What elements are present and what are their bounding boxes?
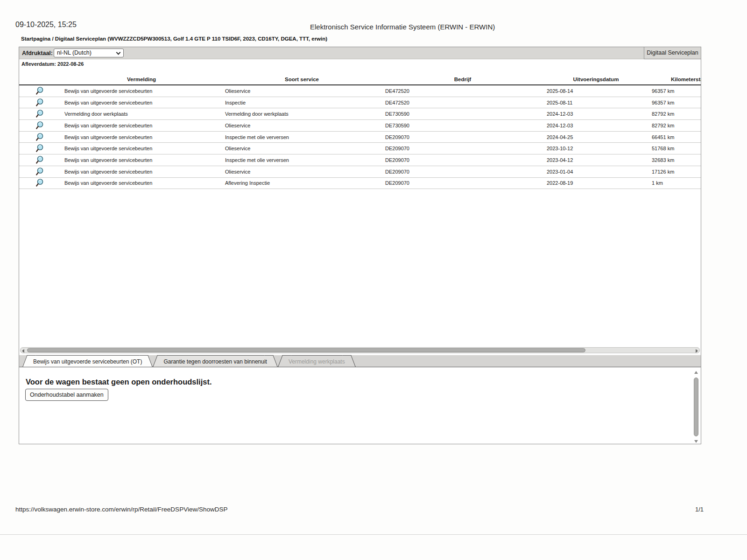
- horizontal-scrollbar[interactable]: [20, 347, 700, 353]
- cell-kilometerstand: 66451 km: [648, 134, 701, 140]
- cell-vermelding: Bewijs van uitgevoerde servicebeurten: [61, 146, 222, 151]
- horizontal-scrollbar-thumb[interactable]: [27, 348, 585, 352]
- cell-bedrijf: DE209070: [382, 157, 543, 163]
- cell-uitvoeringsdatum: 2023-04-12: [543, 157, 648, 163]
- cell-soort-service: Aflevering Inspectie: [222, 180, 382, 186]
- cell-vermelding: Bewijs van uitgevoerde servicebeurten: [61, 100, 222, 105]
- column-header-soort-service: Soort service: [222, 77, 382, 82]
- cell-bedrijf: DE209070: [382, 134, 543, 140]
- print-datetime: 09-10-2025, 15:25: [15, 21, 77, 29]
- magnifier-icon[interactable]: [35, 121, 45, 130]
- print-language-select[interactable]: nl-NL (Dutch): [54, 49, 124, 57]
- tab-strip: Bewijs van uitgevoerde servicebeurten (O…: [19, 355, 701, 367]
- cell-uitvoeringsdatum: 2023-01-04: [543, 169, 648, 175]
- column-header-uitvoeringsdatum: Uitvoeringsdatum: [543, 77, 648, 82]
- table-header-row: Vermelding Soort service Bedrijf Uitvoer…: [19, 71, 701, 85]
- cell-uitvoeringsdatum: 2022-08-19: [543, 180, 648, 186]
- column-header-bedrijf: Bedrijf: [382, 77, 543, 82]
- print-footer-page-number: 1/1: [695, 506, 704, 513]
- table-row: Bewijs van uitgevoerde servicebeurten Ol…: [19, 120, 701, 132]
- create-maintenance-table-button[interactable]: Onderhoudstabel aanmaken: [25, 389, 108, 401]
- cell-kilometerstand: 96357 km: [648, 100, 701, 105]
- no-open-maintenance-message: Voor de wagen bestaat geen open onderhou…: [26, 378, 212, 386]
- vertical-scrollbar[interactable]: [693, 370, 699, 443]
- column-header-vermelding: Vermelding: [61, 77, 222, 82]
- tab-bewijs-servicebeurten[interactable]: Bewijs van uitgevoerde servicebeurten (O…: [28, 355, 147, 367]
- cell-vermelding: Bewijs van uitgevoerde servicebeurten: [61, 88, 222, 94]
- scroll-up-icon[interactable]: [694, 371, 698, 374]
- table-row: Bewijs van uitgevoerde servicebeurten In…: [19, 154, 701, 166]
- print-language-value: nl-NL (Dutch): [57, 49, 92, 56]
- magnifier-icon[interactable]: [35, 178, 45, 188]
- cell-vermelding: Bewijs van uitgevoerde servicebeurten: [61, 180, 222, 186]
- cell-soort-service: Olieservice: [222, 146, 382, 151]
- cell-uitvoeringsdatum: 2024-12-03: [543, 123, 648, 128]
- table-row: Bewijs van uitgevoerde servicebeurten Ol…: [19, 143, 701, 154]
- breadcrumb: Startpagina / Digitaal Serviceplan (WVWZ…: [21, 36, 327, 42]
- cell-soort-service: Olieservice: [222, 123, 382, 128]
- print-language-label: Afdruktaal:: [22, 50, 53, 56]
- digitaal-serviceplan-label: Digitaal Serviceplan: [644, 47, 701, 59]
- delivery-date: Afleverdatum: 2022-08-26: [21, 61, 84, 67]
- cell-uitvoeringsdatum: 2024-12-03: [543, 111, 648, 117]
- cell-uitvoeringsdatum: 2025-08-14: [543, 88, 648, 94]
- cell-vermelding: Vermelding door werkplaats: [61, 111, 222, 117]
- scroll-right-icon[interactable]: [696, 349, 698, 353]
- print-footer-url: https://volkswagen.erwin-store.com/erwin…: [15, 506, 227, 513]
- table-row: Bewijs van uitgevoerde servicebeurten In…: [19, 97, 701, 109]
- cell-soort-service: Olieservice: [222, 88, 382, 94]
- magnifier-icon[interactable]: [35, 155, 45, 165]
- page-title: Elektronisch Service Informatie Systeem …: [310, 23, 495, 31]
- table-row: Vermelding door werkplaats Vermelding do…: [19, 108, 701, 120]
- magnifier-icon[interactable]: [35, 167, 45, 176]
- cell-bedrijf: DE209070: [382, 146, 543, 151]
- cell-kilometerstand: 82792 km: [648, 123, 701, 128]
- scroll-down-icon[interactable]: [694, 440, 698, 443]
- scroll-left-icon[interactable]: [22, 349, 24, 353]
- cell-vermelding: Bewijs van uitgevoerde servicebeurten: [61, 123, 222, 128]
- cell-soort-service: Inspectie: [222, 100, 382, 105]
- table-row: Bewijs van uitgevoerde servicebeurten Af…: [19, 178, 701, 189]
- magnifier-icon[interactable]: [35, 144, 45, 153]
- cell-kilometerstand: 82792 km: [648, 111, 701, 117]
- toolbar: Afdruktaal: nl-NL (Dutch) Digitaal Servi…: [19, 47, 701, 59]
- cell-bedrijf: DE472520: [382, 100, 543, 105]
- table-row: Bewijs van uitgevoerde servicebeurten In…: [19, 132, 701, 143]
- cell-kilometerstand: 51768 km: [648, 146, 701, 151]
- cell-bedrijf: DE730590: [382, 123, 543, 128]
- vertical-scrollbar-thumb[interactable]: [694, 378, 698, 436]
- cell-soort-service: Vermelding door werkplaats: [222, 111, 382, 117]
- scan-artifact-line: [0, 534, 747, 535]
- tab-content-panel: Voor de wagen bestaat geen open onderhou…: [19, 367, 701, 444]
- cell-bedrijf: DE209070: [382, 180, 543, 186]
- cell-kilometerstand: 96357 km: [648, 88, 701, 94]
- cell-bedrijf: DE730590: [382, 111, 543, 117]
- cell-kilometerstand: 32683 km: [648, 157, 701, 163]
- cell-bedrijf: DE472520: [382, 88, 543, 94]
- cell-soort-service: Inspectie met olie verversen: [222, 134, 382, 140]
- app-frame: Afdruktaal: nl-NL (Dutch) Digitaal Servi…: [19, 47, 701, 444]
- cell-soort-service: Olieservice: [222, 169, 382, 175]
- column-header-kilometerstand: Kilometerstand: [648, 77, 701, 82]
- cell-uitvoeringsdatum: 2023-10-12: [543, 146, 648, 151]
- cell-bedrijf: DE209070: [382, 169, 543, 175]
- cell-vermelding: Bewijs van uitgevoerde servicebeurten: [61, 169, 222, 175]
- tab-vermelding-werkplaats[interactable]: Vermelding werkplaats: [284, 355, 350, 367]
- cell-uitvoeringsdatum: 2025-08-11: [543, 100, 648, 105]
- cell-kilometerstand: 17126 km: [648, 169, 701, 175]
- cell-soort-service: Inspectie met olie verversen: [222, 157, 382, 163]
- magnifier-icon[interactable]: [35, 98, 45, 107]
- table-row: Bewijs van uitgevoerde servicebeurten Ol…: [19, 166, 701, 178]
- tab-garantie-doorroesten[interactable]: Garantie tegen doorroesten van binnenuit: [159, 355, 272, 367]
- magnifier-icon[interactable]: [35, 86, 45, 96]
- cell-vermelding: Bewijs van uitgevoerde servicebeurten: [61, 134, 222, 140]
- chevron-down-icon: [116, 50, 121, 55]
- magnifier-icon[interactable]: [35, 109, 45, 119]
- magnifier-icon[interactable]: [35, 133, 45, 142]
- cell-uitvoeringsdatum: 2024-04-25: [543, 134, 648, 140]
- table-row: Bewijs van uitgevoerde servicebeurten Ol…: [19, 85, 701, 97]
- service-history-table: Vermelding Soort service Bedrijf Uitvoer…: [19, 71, 701, 189]
- cell-kilometerstand: 1 km: [648, 180, 701, 186]
- cell-vermelding: Bewijs van uitgevoerde servicebeurten: [61, 157, 222, 163]
